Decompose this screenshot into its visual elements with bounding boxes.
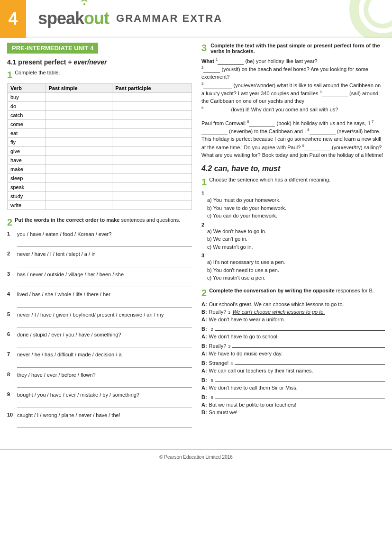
verb-col: make [8, 165, 46, 174]
logo-speak: speak [38, 9, 84, 28]
speaker-b-text: So must we! [209, 409, 238, 415]
option-b: b) We can't go in. [207, 235, 385, 243]
blank-6 [249, 120, 275, 127]
verb-col: speak [8, 183, 46, 192]
ex3-header: 3 Complete the text with the past simple… [201, 43, 385, 54]
conversation-blank [235, 358, 385, 365]
table-row: have [8, 156, 192, 165]
past-participle-col [112, 129, 192, 138]
conversation-list: A: Our school's great. We can choose whi… [201, 301, 385, 415]
svg-point-1 [354, 0, 392, 38]
blank-8 [310, 128, 336, 135]
conversation-blank [215, 392, 385, 399]
option-c: c) You mustn't use a pen. [207, 274, 385, 282]
logo-area: speak out GRAMMAR EXTRA [38, 9, 222, 28]
ex42-1-instruction: Choose the sentence which has a differen… [209, 177, 385, 182]
item-number: 9 [7, 391, 15, 408]
table-row: come [8, 120, 192, 129]
item-content: you / have / eaten / food / Korean / eve… [17, 231, 192, 247]
table-row: speak [8, 183, 192, 192]
passage-text: What 1 (be) your holiday like last year?… [201, 57, 385, 113]
item-number: 5 [7, 311, 15, 327]
option-b: b) You have to do your homework. [207, 204, 385, 212]
header: 4 speak out GRAMMAR EXTRA [0, 0, 392, 38]
speaker-b: B: [201, 409, 207, 415]
past-simple-col [46, 120, 112, 129]
item-number: 10 [7, 412, 15, 428]
blank-1 [218, 58, 244, 65]
item-content: they / have / ever / before / flown? [17, 372, 192, 388]
item-text: they / have / ever / before / flown? [17, 372, 96, 378]
speaker-a-text: We don't have to call them Sir or Miss. [209, 385, 298, 391]
blank-3 [203, 82, 232, 89]
table-row: eat [8, 129, 192, 138]
item-number: 7 [7, 351, 15, 367]
speaker-a: A: [201, 301, 207, 307]
exercise-42-2-header: 2 Complete the conversation by writing t… [201, 288, 385, 299]
item-text: lived / has / she / whole / life / there… [17, 291, 110, 297]
logo: speak out [38, 9, 109, 28]
item-content: never / he / has / difficult / made / de… [17, 351, 192, 367]
verb-col: sleep [8, 174, 46, 183]
item-text: caught / I / wrong / plane / never / hav… [17, 412, 120, 418]
past-simple-col [46, 147, 112, 156]
blank-5 [203, 107, 229, 113]
past-simple-col [46, 201, 112, 210]
answer-line [17, 400, 192, 408]
item-number: 8 [7, 372, 15, 388]
what-label: What [201, 58, 214, 64]
choose-options: a) We don't have to go in. b) We can't g… [207, 227, 385, 251]
item-content: never / have / I / tent / slept / a / in [17, 251, 192, 267]
convo-line: B: 5 [201, 375, 385, 383]
ex1-instruction: Complete the table. [15, 70, 192, 75]
item-number: 4 [7, 291, 15, 307]
choose-list: 1 a) You must do your homework. b) You h… [201, 191, 385, 282]
choose-num: 2 [201, 222, 204, 227]
item-content: caught / I / wrong / plane / never / hav… [17, 412, 192, 428]
unit-number: 4 [0, 0, 26, 38]
grammar-extra-label: GRAMMAR EXTRA [116, 12, 222, 25]
list-item: 6 done / stupid / ever / you / have / so… [7, 331, 192, 347]
table-row: study [8, 192, 192, 201]
verb-col: do [8, 102, 46, 111]
item-text: has / never / outside / village / her / … [17, 272, 124, 277]
convo-line: A: We don't have to wear a uniform. [201, 317, 385, 322]
table-row: sleep [8, 174, 192, 183]
option-a: a) We don't have to go in. [207, 227, 385, 236]
speaker-b: B: [201, 377, 207, 383]
convo-line: B: Strange! 4 [201, 358, 385, 366]
answer-line [17, 239, 192, 247]
answer-line [17, 300, 192, 308]
convo-line: B: So must we! [201, 409, 385, 415]
table-row: catch [8, 111, 192, 120]
sup: 5 [211, 378, 213, 383]
verb-col: study [8, 192, 46, 201]
convo-line: A: We don't have to call them Sir or Mis… [201, 385, 385, 391]
speaker-a-text: We don't have to go to school. [209, 334, 279, 339]
item-text: never / have / I / tent / slept / a / in [17, 251, 96, 257]
table-header-row: Verb Past simple Past participle [8, 84, 192, 93]
underline-answer: We can't choose which lessons to go to. [232, 309, 325, 315]
sup: 4 [230, 361, 233, 366]
item-content: has / never / outside / village / her / … [17, 271, 192, 287]
item-number: 3 [7, 271, 15, 287]
sup: 3 [228, 344, 230, 349]
speaker-a: A: [201, 351, 207, 356]
verb-col: eat [8, 129, 46, 138]
speaker-a: A: [201, 368, 207, 373]
past-participle-col [112, 201, 192, 210]
ex3-instruction: Complete the text with the past simple o… [210, 43, 385, 54]
item-text: you / have / eaten / food / Korean / eve… [17, 231, 111, 237]
verb-col: have [8, 156, 46, 165]
sup: 1 [228, 310, 230, 315]
past-participle-col [112, 183, 192, 192]
answer-line [17, 360, 192, 368]
list-item: 9 bought / you / have / ever / mistake /… [7, 391, 192, 408]
answer-line [17, 340, 192, 347]
past-participle-col [112, 120, 192, 129]
verb-col: come [8, 120, 46, 129]
item-content: bought / you / have / ever / mistake / b… [17, 391, 192, 408]
footer-text: © Pearson Education Limited 2016 [159, 454, 233, 460]
blank-9 [304, 145, 330, 151]
verb-col: fly [8, 138, 46, 147]
